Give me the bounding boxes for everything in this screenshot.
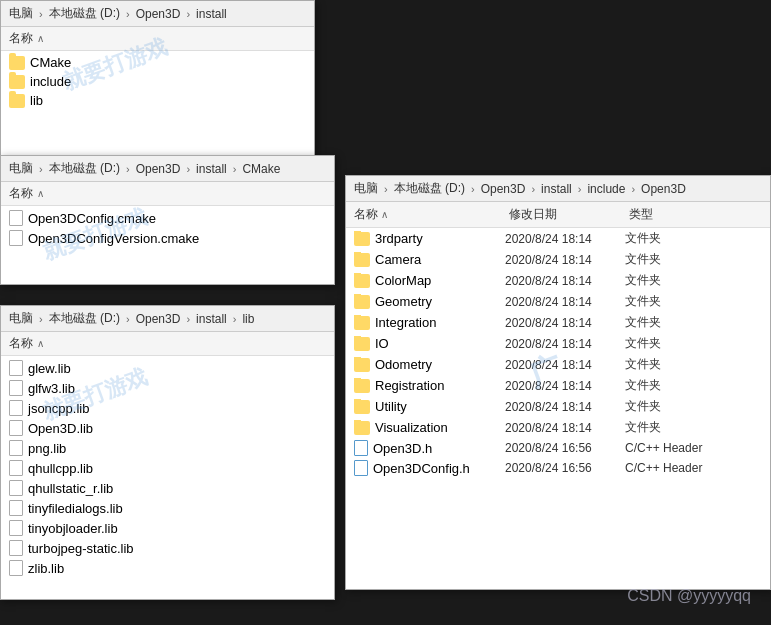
item-label: jsoncpp.lib xyxy=(28,401,89,416)
h-file-icon xyxy=(354,460,368,476)
cmake-file-icon xyxy=(9,230,23,246)
item-label: tinyobjloader.lib xyxy=(28,521,118,536)
sort-arrow: ∧ xyxy=(37,338,44,349)
cell-name: Odometry xyxy=(346,357,501,372)
breadcrumb-install[interactable]: install xyxy=(541,182,572,196)
list-item[interactable]: lib xyxy=(1,91,314,110)
table-row[interactable]: Camera 2020/8/24 18:14 文件夹 xyxy=(346,249,770,270)
file-content-include: 名称 ∧ 修改日期 类型 3rdparty 2020/8/24 18:14 文件… xyxy=(346,202,770,478)
item-label: Open3DConfig.cmake xyxy=(28,211,156,226)
file-list-install: CMake include lib xyxy=(1,51,314,112)
lib-file-icon xyxy=(9,480,23,496)
table-row[interactable]: Registration 2020/8/24 18:14 文件夹 xyxy=(346,375,770,396)
breadcrumb-drive[interactable]: 本地磁盘 (D:) xyxy=(49,5,120,22)
lib-file-icon xyxy=(9,520,23,536)
lib-file-icon xyxy=(9,460,23,476)
folder-name: Integration xyxy=(375,315,436,330)
list-item[interactable]: qhullstatic_r.lib xyxy=(1,478,334,498)
lib-file-icon xyxy=(9,540,23,556)
table-row[interactable]: IO 2020/8/24 18:14 文件夹 xyxy=(346,333,770,354)
cell-type: 文件夹 xyxy=(621,230,721,247)
list-item[interactable]: glfw3.lib xyxy=(1,378,334,398)
list-item[interactable]: tinyfiledialogs.lib xyxy=(1,498,334,518)
table-row[interactable]: Open3DConfig.h 2020/8/24 16:56 C/C++ Hea… xyxy=(346,458,770,478)
breadcrumb-pc[interactable]: 电脑 xyxy=(9,160,33,177)
file-content-lib: 名称 ∧ glew.libglfw3.libjsoncpp.libOpen3D.… xyxy=(1,332,334,580)
list-item[interactable]: CMake xyxy=(1,53,314,72)
item-label: glew.lib xyxy=(28,361,71,376)
folder-name: Geometry xyxy=(375,294,432,309)
breadcrumb-open3d[interactable]: Open3D xyxy=(136,7,181,21)
list-item[interactable]: Open3DConfigVersion.cmake xyxy=(1,228,334,248)
table-row[interactable]: Utility 2020/8/24 18:14 文件夹 xyxy=(346,396,770,417)
breadcrumb-pc[interactable]: 电脑 xyxy=(9,5,33,22)
list-item[interactable]: Open3D.lib xyxy=(1,418,334,438)
cell-name: ColorMap xyxy=(346,273,501,288)
folder-name: Utility xyxy=(375,399,407,414)
breadcrumb-install[interactable]: install xyxy=(196,312,227,326)
breadcrumb-open3d-sub[interactable]: Open3D xyxy=(641,182,686,196)
cell-date: 2020/8/24 18:14 xyxy=(501,232,621,246)
item-label: glfw3.lib xyxy=(28,381,75,396)
breadcrumb-cmake[interactable]: CMake xyxy=(242,162,280,176)
list-item[interactable]: tinyobjloader.lib xyxy=(1,518,334,538)
breadcrumb-open3d[interactable]: Open3D xyxy=(481,182,526,196)
cell-name: Integration xyxy=(346,315,501,330)
folder-icon xyxy=(354,358,370,372)
table-row[interactable]: Open3D.h 2020/8/24 16:56 C/C++ Header xyxy=(346,438,770,458)
explorer-window-install: 电脑 › 本地磁盘 (D:) › Open3D › install 名称 ∧ C… xyxy=(0,0,315,175)
table-row[interactable]: Geometry 2020/8/24 18:14 文件夹 xyxy=(346,291,770,312)
cell-date: 2020/8/24 16:56 xyxy=(501,461,621,475)
table-row[interactable]: ColorMap 2020/8/24 18:14 文件夹 xyxy=(346,270,770,291)
list-item[interactable]: qhullcpp.lib xyxy=(1,458,334,478)
list-item[interactable]: png.lib xyxy=(1,438,334,458)
item-label: tinyfiledialogs.lib xyxy=(28,501,123,516)
list-item[interactable]: jsoncpp.lib xyxy=(1,398,334,418)
cell-type: 文件夹 xyxy=(621,251,721,268)
list-item[interactable]: Open3DConfig.cmake xyxy=(1,208,334,228)
col-header-date: 修改日期 xyxy=(501,204,621,225)
lib-file-icon xyxy=(9,360,23,376)
list-item[interactable]: glew.lib xyxy=(1,358,334,378)
h-file-icon xyxy=(354,440,368,456)
explorer-window-cmake: 电脑 › 本地磁盘 (D:) › Open3D › install › CMak… xyxy=(0,155,335,285)
breadcrumb-pc[interactable]: 电脑 xyxy=(354,180,378,197)
cell-name: 3rdparty xyxy=(346,231,501,246)
folder-icon xyxy=(354,316,370,330)
table-row[interactable]: Odometry 2020/8/24 18:14 文件夹 xyxy=(346,354,770,375)
breadcrumb-drive[interactable]: 本地磁盘 (D:) xyxy=(394,180,465,197)
breadcrumb-install[interactable]: install xyxy=(196,7,227,21)
cell-name: Open3DConfig.h xyxy=(346,460,501,476)
breadcrumb-include[interactable]: include xyxy=(587,182,625,196)
breadcrumb-open3d[interactable]: Open3D xyxy=(136,312,181,326)
breadcrumb-drive[interactable]: 本地磁盘 (D:) xyxy=(49,310,120,327)
folder-icon xyxy=(354,337,370,351)
lib-file-icon xyxy=(9,500,23,516)
list-item[interactable]: turbojpeg-static.lib xyxy=(1,538,334,558)
explorer-window-include: 电脑 › 本地磁盘 (D:) › Open3D › install › incl… xyxy=(345,175,771,590)
file-content-install: 名称 ∧ CMake include lib xyxy=(1,27,314,112)
cell-name: Camera xyxy=(346,252,501,267)
cell-date: 2020/8/24 18:14 xyxy=(501,421,621,435)
table-row[interactable]: Integration 2020/8/24 18:14 文件夹 xyxy=(346,312,770,333)
file-name: Open3DConfig.h xyxy=(373,461,470,476)
cell-type: 文件夹 xyxy=(621,335,721,352)
breadcrumb-install[interactable]: install xyxy=(196,162,227,176)
cell-date: 2020/8/24 18:14 xyxy=(501,295,621,309)
item-label: qhullcpp.lib xyxy=(28,461,93,476)
list-item[interactable]: include xyxy=(1,72,314,91)
explorer-window-lib: 电脑 › 本地磁盘 (D:) › Open3D › install › lib … xyxy=(0,305,335,600)
cell-date: 2020/8/24 18:14 xyxy=(501,316,621,330)
col-header-name: 名称 ∧ xyxy=(1,27,314,51)
list-item[interactable]: zlib.lib xyxy=(1,558,334,578)
folder-name: Odometry xyxy=(375,357,432,372)
breadcrumb-lib[interactable]: lib xyxy=(242,312,254,326)
table-row[interactable]: Visualization 2020/8/24 18:14 文件夹 xyxy=(346,417,770,438)
col-header-type: 类型 xyxy=(621,204,721,225)
breadcrumb-open3d[interactable]: Open3D xyxy=(136,162,181,176)
cmake-file-icon xyxy=(9,210,23,226)
breadcrumb-pc[interactable]: 电脑 xyxy=(9,310,33,327)
table-row[interactable]: 3rdparty 2020/8/24 18:14 文件夹 xyxy=(346,228,770,249)
breadcrumb-drive[interactable]: 本地磁盘 (D:) xyxy=(49,160,120,177)
item-label: CMake xyxy=(30,55,71,70)
